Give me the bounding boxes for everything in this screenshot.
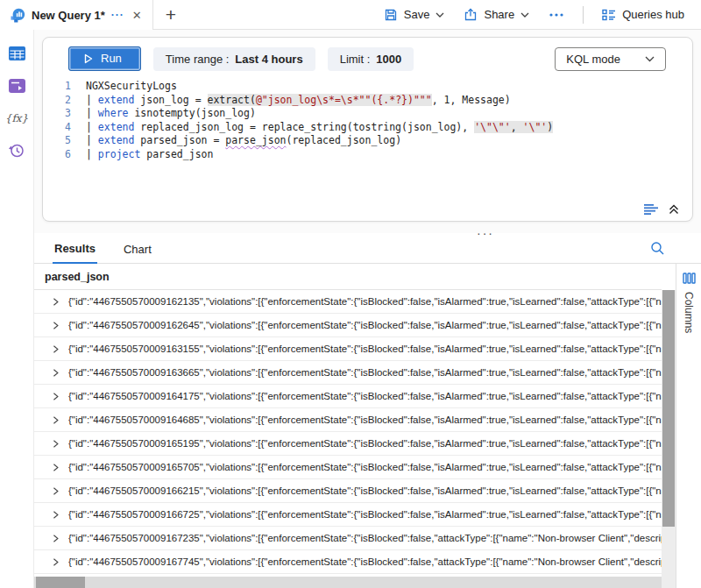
table-row[interactable]: {"id":"4467550570009162135","violations"…	[34, 290, 662, 314]
expand-row-chevron-icon[interactable]	[51, 557, 60, 567]
save-button[interactable]: Save	[376, 4, 453, 26]
columns-side-panel[interactable]: Columns	[676, 264, 701, 588]
table-row[interactable]: {"id":"4467550570009164685","violations"…	[34, 408, 662, 432]
table-row[interactable]: {"id":"4467550570009166725","violations"…	[34, 503, 662, 527]
main-panel: Run Time range : Last 4 hours Limit : 10…	[34, 30, 701, 588]
row-json-value: {"id":"4467550570009165195","violations"…	[68, 438, 662, 449]
code-token: @"json_log\s*=\s*""({.*?})"""	[256, 94, 432, 106]
run-button[interactable]: Run	[68, 46, 141, 71]
table-row[interactable]: {"id":"4467550570009165195","violations"…	[34, 432, 662, 456]
horizontal-scrollbar[interactable]	[34, 577, 662, 588]
top-bar: New Query 1* ··· ✕ + Save Share	[0, 0, 701, 30]
save-icon	[384, 8, 398, 22]
tab-chart[interactable]: Chart	[122, 237, 153, 263]
query-card: Run Time range : Last 4 hours Limit : 10…	[42, 37, 693, 222]
share-icon	[464, 8, 478, 22]
collapse-editor-icon[interactable]	[669, 204, 679, 215]
expand-row-chevron-icon[interactable]	[51, 534, 60, 543]
expand-row-chevron-icon[interactable]	[51, 439, 60, 449]
code-token: parse_json	[225, 134, 286, 146]
code-line: | extend replaced_json_log = replace_str…	[86, 121, 553, 135]
new-tab-button[interactable]: +	[153, 2, 188, 28]
code-token: extend	[98, 94, 135, 106]
line-number: 6	[43, 148, 71, 162]
more-actions-button[interactable]	[541, 8, 572, 22]
code-token: where	[98, 107, 129, 119]
queries-hub-button[interactable]: Queries hub	[594, 4, 692, 25]
expand-row-chevron-icon[interactable]	[51, 392, 60, 401]
columns-icon	[683, 273, 696, 284]
row-json-value: {"id":"4467550570009165705","violations"…	[68, 462, 662, 472]
table-row[interactable]: {"id":"4467550570009163665","violations"…	[34, 361, 662, 385]
code-token: |	[86, 121, 98, 133]
column-header-parsed-json[interactable]: parsed_json	[34, 264, 662, 290]
row-json-value: {"id":"4467550570009163155","violations"…	[68, 344, 662, 354]
saved-queries-icon[interactable]	[7, 77, 26, 95]
tab-close-icon[interactable]: ✕	[131, 9, 144, 22]
save-chevron-down-icon	[435, 12, 444, 18]
code-token: NGXSecurityLogs	[86, 80, 177, 92]
code-token: '\"'	[523, 121, 548, 133]
expand-row-chevron-icon[interactable]	[51, 510, 60, 520]
line-number: 3	[43, 107, 71, 121]
share-button[interactable]: Share	[456, 4, 537, 26]
horizontal-scrollbar-thumb[interactable]	[36, 577, 85, 588]
vertical-scrollbar[interactable]	[662, 264, 676, 588]
results-body: parsed_json {"id":"4467550570009162135",…	[34, 264, 701, 588]
history-icon[interactable]	[7, 142, 26, 159]
code-token: isnotempty(json_log)	[128, 107, 255, 119]
search-icon[interactable]	[650, 241, 665, 256]
left-rail: {fx}	[0, 30, 34, 588]
format-query-icon[interactable]	[644, 204, 659, 215]
code-token: extend	[98, 134, 135, 146]
code-line: | project parsed_json	[86, 148, 553, 162]
expand-row-chevron-icon[interactable]	[51, 463, 60, 472]
table-row[interactable]: {"id":"4467550570009162645","violations"…	[34, 314, 662, 337]
code-token: json_log =	[134, 94, 207, 106]
tab-results[interactable]: Results	[53, 236, 97, 264]
columns-panel-label: Columns	[683, 292, 695, 333]
row-json-value: {"id":"4467550570009162645","violations"…	[68, 320, 662, 330]
tab-more-icon[interactable]: ···	[111, 9, 124, 21]
time-range-filter[interactable]: Time range : Last 4 hours	[153, 47, 315, 71]
vertical-scrollbar-thumb[interactable]	[662, 290, 675, 527]
code-line: NGXSecurityLogs	[86, 80, 553, 94]
row-json-value: {"id":"4467550570009164685","violations"…	[68, 414, 662, 425]
results-grid: parsed_json {"id":"4467550570009162135",…	[34, 264, 662, 588]
table-row[interactable]: {"id":"4467550570009167745","violations"…	[34, 550, 662, 574]
line-number: 4	[43, 121, 71, 135]
code-token: parsed_json =	[134, 134, 225, 146]
query-tab[interactable]: New Query 1* ··· ✕	[0, 0, 153, 30]
adx-logo-icon	[11, 8, 25, 23]
code-token: |	[86, 148, 98, 160]
limit-filter[interactable]: Limit : 1000	[328, 47, 414, 71]
code-editor[interactable]: 123456 NGXSecurityLogs| extend json_log …	[43, 80, 692, 161]
expand-row-chevron-icon[interactable]	[51, 368, 60, 378]
functions-icon[interactable]: {fx}	[7, 110, 26, 127]
play-icon	[84, 53, 93, 64]
code-line: | extend parsed_json = parse_json(replac…	[86, 134, 553, 148]
expand-row-chevron-icon[interactable]	[51, 297, 60, 307]
line-number: 5	[43, 134, 71, 148]
code-token: replaced_json_log = replace_string(tostr…	[134, 121, 474, 133]
tables-icon[interactable]	[7, 45, 26, 62]
table-row[interactable]: {"id":"4467550570009167235","violations"…	[34, 527, 662, 550]
table-row[interactable]: {"id":"4467550570009165705","violations"…	[34, 456, 662, 479]
line-number: 2	[43, 94, 71, 108]
query-editor-area: Run Time range : Last 4 hours Limit : 10…	[34, 30, 701, 233]
code-token: project	[98, 148, 140, 160]
table-row[interactable]: {"id":"4467550570009163155","violations"…	[34, 337, 662, 361]
code-token: parsed_json	[140, 148, 213, 160]
code-token: , 1, Message)	[432, 94, 511, 106]
expand-row-chevron-icon[interactable]	[51, 415, 60, 425]
table-row[interactable]: {"id":"4467550570009166215","violations"…	[34, 479, 662, 503]
code-token: ,	[511, 121, 523, 133]
code-token: |	[86, 134, 98, 146]
table-row[interactable]: {"id":"4467550570009164175","violations"…	[34, 385, 662, 408]
rows: {"id":"4467550570009162135","violations"…	[34, 290, 662, 577]
expand-row-chevron-icon[interactable]	[51, 321, 60, 330]
kql-mode-select[interactable]: KQL mode	[555, 47, 666, 71]
expand-row-chevron-icon[interactable]	[51, 486, 60, 496]
expand-row-chevron-icon[interactable]	[51, 344, 60, 354]
share-label: Share	[484, 8, 514, 21]
